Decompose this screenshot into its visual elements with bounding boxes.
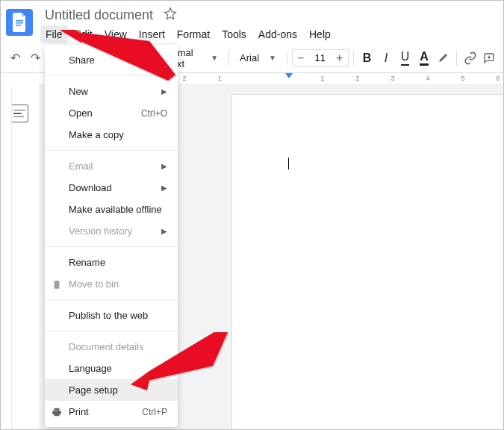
highlight-button[interactable] xyxy=(435,49,452,68)
svg-rect-2 xyxy=(16,25,21,26)
docs-logo-icon[interactable] xyxy=(6,9,33,36)
text-cursor xyxy=(288,158,289,169)
add-comment-button[interactable] xyxy=(481,49,499,68)
document-title[interactable]: Untitled document xyxy=(40,6,158,25)
redo-button[interactable]: ↷ xyxy=(26,48,45,69)
ruler-indent-marker[interactable] xyxy=(285,73,293,78)
menu-tools[interactable]: Tools xyxy=(217,25,252,43)
file-open[interactable]: OpenCtrl+O xyxy=(45,102,178,124)
document-page[interactable] xyxy=(231,94,504,430)
document-outline-icon[interactable] xyxy=(10,105,28,122)
italic-button[interactable]: I xyxy=(377,49,395,68)
text-color-button[interactable]: A xyxy=(415,49,433,68)
menu-edit[interactable]: Edit xyxy=(69,25,98,43)
chevron-right-icon: ▶ xyxy=(161,87,167,96)
file-download[interactable]: Download▶ xyxy=(45,177,178,199)
menu-addons[interactable]: Add-ons xyxy=(253,25,302,43)
menu-view[interactable]: View xyxy=(99,25,132,43)
trash-icon xyxy=(51,278,63,290)
file-language[interactable]: Language xyxy=(45,358,178,379)
file-publish[interactable]: Publish to the web xyxy=(45,305,178,326)
font-size-control[interactable]: − + xyxy=(292,49,349,67)
file-offline[interactable]: Make available offline xyxy=(45,199,178,220)
menu-help[interactable]: Help xyxy=(304,25,336,43)
print-icon xyxy=(51,406,63,418)
file-rename[interactable]: Rename xyxy=(45,252,178,273)
file-document-details: Document details xyxy=(45,336,178,358)
vertical-ruler[interactable] xyxy=(0,85,12,430)
file-version-history: Version history▶ xyxy=(45,220,178,242)
file-print[interactable]: PrintCtrl+P xyxy=(45,401,178,423)
font-size-minus-button[interactable]: − xyxy=(293,50,309,66)
font-select[interactable]: Arial▼ xyxy=(234,52,282,63)
svg-rect-1 xyxy=(16,22,23,24)
font-size-input[interactable] xyxy=(309,52,332,63)
file-new[interactable]: New▶ xyxy=(45,81,178,102)
file-make-copy[interactable]: Make a copy xyxy=(45,124,178,146)
file-share[interactable]: Share xyxy=(45,49,178,71)
bold-button[interactable]: B xyxy=(358,49,376,68)
file-email: Email▶ xyxy=(45,155,178,177)
file-move-to-bin: Move to bin xyxy=(45,273,178,295)
font-size-plus-button[interactable]: + xyxy=(332,50,348,66)
insert-link-button[interactable] xyxy=(461,49,479,68)
menu-file[interactable]: File xyxy=(40,25,68,43)
svg-rect-0 xyxy=(16,20,23,22)
chevron-right-icon: ▶ xyxy=(161,184,167,192)
file-page-setup[interactable]: Page setup xyxy=(45,379,178,401)
menu-insert[interactable]: Insert xyxy=(134,25,170,43)
file-menu-dropdown: Share New▶ OpenCtrl+O Make a copy Email▶… xyxy=(45,45,178,427)
underline-button[interactable]: U xyxy=(396,49,414,68)
menu-format[interactable]: Format xyxy=(172,25,215,43)
star-icon[interactable] xyxy=(164,7,177,23)
chevron-right-icon: ▶ xyxy=(161,162,167,170)
undo-button[interactable]: ↶ xyxy=(6,48,25,69)
chevron-right-icon: ▶ xyxy=(161,227,167,235)
